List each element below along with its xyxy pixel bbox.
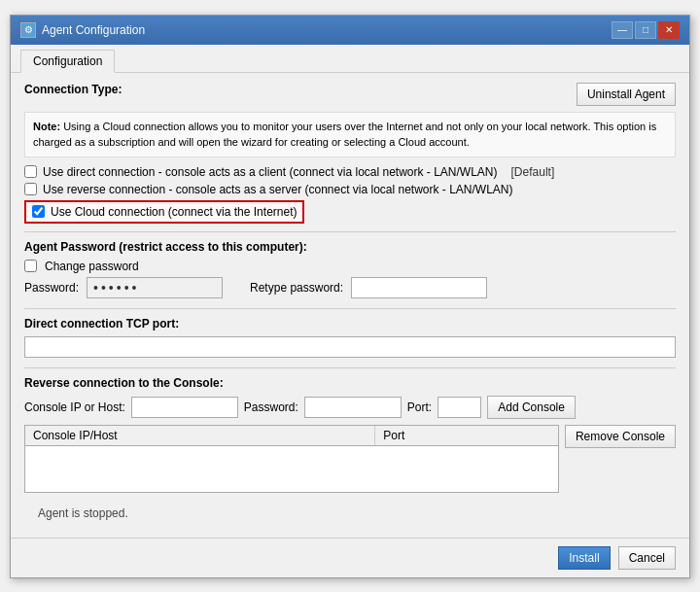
direct-connection-checkbox[interactable] xyxy=(24,165,37,178)
close-button[interactable]: ✕ xyxy=(658,21,680,39)
reverse-connection-label: Reverse connection to the Console: xyxy=(24,376,676,390)
tab-bar: Configuration xyxy=(11,45,689,73)
reverse-add-row: Console IP or Host: Password: Port: 444 … xyxy=(24,396,676,419)
password-row: Password: •••••• Retype password: xyxy=(24,277,676,298)
direct-connection-option: Use direct connection - console acts as … xyxy=(24,165,676,179)
password-field[interactable]: •••••• xyxy=(87,277,223,298)
content-area: Connection Type: Uninstall Agent Note: U… xyxy=(11,73,689,538)
bottom-bar: Install Cancel xyxy=(11,538,689,577)
app-icon: ⚙ xyxy=(20,22,36,38)
reverse-connection-checkbox[interactable] xyxy=(24,183,37,195)
title-bar-controls: — □ ✕ xyxy=(612,21,680,39)
console-table-buttons: Remove Console xyxy=(565,425,676,493)
status-text: Agent is stopped. xyxy=(38,506,128,520)
tcp-port-label: Direct connection TCP port: xyxy=(24,317,676,331)
password-label: Password: xyxy=(24,281,79,295)
change-password-checkbox[interactable] xyxy=(24,260,37,272)
tcp-port-input[interactable]: 4495 xyxy=(24,336,676,358)
retype-password-field[interactable] xyxy=(351,277,487,298)
cloud-connection-checkbox[interactable] xyxy=(32,205,45,218)
add-console-button[interactable]: Add Console xyxy=(487,396,576,419)
agent-password-section: Agent Password (restrict access to this … xyxy=(24,240,676,298)
change-password-row: Change password xyxy=(24,260,676,273)
retype-password-label: Retype password: xyxy=(250,281,343,295)
title-bar: ⚙ Agent Configuration — □ ✕ xyxy=(11,16,689,45)
console-ip-host-header: Console IP/Host xyxy=(25,426,375,445)
uninstall-agent-button[interactable]: Uninstall Agent xyxy=(577,83,676,106)
tab-configuration[interactable]: Configuration xyxy=(20,50,115,73)
default-tag: [Default] xyxy=(511,165,555,179)
remove-console-button[interactable]: Remove Console xyxy=(565,425,676,448)
port-label: Port: xyxy=(407,400,432,414)
reverse-connection-section: Reverse connection to the Console: Conso… xyxy=(24,376,676,493)
direct-connection-label: Use direct connection - console acts as … xyxy=(43,165,498,179)
console-table: Console IP/Host Port xyxy=(24,425,559,493)
console-ip-input[interactable] xyxy=(131,397,238,418)
tcp-port-section: Direct connection TCP port: 4495 xyxy=(24,317,676,358)
console-ip-label: Console IP or Host: xyxy=(24,400,125,414)
console-table-header: Console IP/Host Port xyxy=(25,426,558,446)
maximize-button[interactable]: □ xyxy=(635,21,656,39)
divider-2 xyxy=(24,308,676,309)
console-password-input[interactable] xyxy=(304,397,402,418)
connection-type-label: Connection Type: xyxy=(24,83,122,96)
cancel-button[interactable]: Cancel xyxy=(618,546,676,570)
divider-1 xyxy=(24,231,676,232)
connection-options: Use direct connection - console acts as … xyxy=(24,165,676,224)
install-button[interactable]: Install xyxy=(558,546,610,570)
reverse-connection-option: Use reverse connection - console acts as… xyxy=(24,183,676,196)
agent-password-label: Agent Password (restrict access to this … xyxy=(24,240,676,254)
title-bar-left: ⚙ Agent Configuration xyxy=(20,22,145,38)
console-table-area: Console IP/Host Port Remove Console xyxy=(24,425,676,493)
window-title: Agent Configuration xyxy=(42,23,145,37)
port-input[interactable]: 444 xyxy=(438,397,481,418)
cloud-connection-label: Use Cloud connection (connect via the In… xyxy=(51,205,297,219)
note-text: Using a Cloud connection allows you to m… xyxy=(33,121,656,149)
minimize-button[interactable]: — xyxy=(612,21,633,39)
console-password-label: Password: xyxy=(244,400,298,414)
divider-3 xyxy=(24,367,676,368)
status-bar: Agent is stopped. xyxy=(24,503,676,524)
cloud-connection-option: Use Cloud connection (connect via the In… xyxy=(24,200,304,224)
note-box: Note: Using a Cloud connection allows yo… xyxy=(24,112,676,157)
port-header: Port xyxy=(375,426,558,445)
connection-type-header: Connection Type: Uninstall Agent xyxy=(24,83,676,106)
reverse-connection-label: Use reverse connection - console acts as… xyxy=(43,183,513,196)
main-window: ⚙ Agent Configuration — □ ✕ Configuratio… xyxy=(10,15,690,578)
change-password-label: Change password xyxy=(45,260,139,273)
note-label: Note: xyxy=(33,121,60,132)
